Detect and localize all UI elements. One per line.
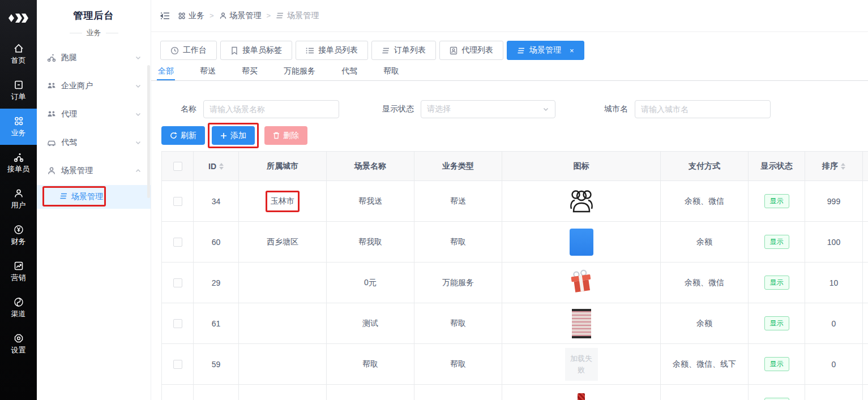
tab-courier-tags[interactable]: 接单员标签 <box>220 41 292 60</box>
red-tall-icon <box>578 393 585 400</box>
rail-item-finance[interactable]: 财务 <box>0 217 37 253</box>
name-filter-label: 名称 <box>181 104 196 114</box>
sidebar-item-scene-management[interactable]: 场景管理 <box>37 157 151 185</box>
gift-icon <box>567 267 595 296</box>
cell-id: 60 <box>194 222 239 263</box>
menu-fold-icon[interactable] <box>160 11 170 20</box>
cell-payment: 余额 <box>661 222 749 263</box>
cell-type: 帮送 <box>414 181 502 222</box>
cell-payment: 余额、微信 <box>661 263 749 303</box>
sort-carets-icon[interactable] <box>219 163 224 170</box>
toolbar: 刷新 添加 删除 <box>151 126 868 145</box>
tab-courier-list[interactable]: 接单员列表 <box>296 41 368 60</box>
cell-sort <box>805 385 863 400</box>
rail-item-orders[interactable]: 订单 <box>0 72 37 109</box>
cell-id: 29 <box>194 263 239 303</box>
rail-item-business[interactable]: 业务 <box>0 109 37 145</box>
blue-square-icon <box>570 229 593 256</box>
col-header-sort[interactable]: 排序 <box>805 152 863 181</box>
photo-thumbnail-icon <box>572 309 591 338</box>
cell-city <box>239 263 327 303</box>
table-row: 61 测试 帮取 余额 显示 0 <box>162 303 868 344</box>
filter-tab-buy[interactable]: 帮买 <box>241 64 259 80</box>
filter-tab-all[interactable]: 全部 <box>157 64 175 80</box>
cell-type: 万能服务 <box>414 263 502 303</box>
col-header-payment: 支付方式 <box>661 152 749 181</box>
agents-icon <box>46 110 57 119</box>
refresh-button[interactable]: 刷新 <box>161 126 205 145</box>
breadcrumb-item-business[interactable]: 业务 <box>178 11 204 21</box>
rail-item-settings[interactable]: 设置 <box>0 326 37 362</box>
row-checkbox[interactable] <box>173 278 182 287</box>
col-header-name: 场景名称 <box>327 152 414 181</box>
cell-clipped <box>863 222 868 263</box>
table-row-clipped: 西乡塘区 帮我送测试 帮送 余额 显示 <box>162 385 868 400</box>
breadcrumb-separator: > <box>209 11 214 20</box>
filter-tab-driving[interactable]: 代驾 <box>340 64 358 80</box>
list-icon <box>382 47 390 54</box>
merchants-icon <box>46 81 57 91</box>
display-status-select[interactable]: 请选择 <box>421 100 555 118</box>
status-badge: 显示 <box>764 316 789 330</box>
sidebar-subitem-scene-management[interactable]: 场景管理 <box>37 185 151 209</box>
row-checkbox[interactable] <box>173 319 182 328</box>
cell-status: 显示 <box>749 222 805 263</box>
app-title: 管理后台 <box>37 0 151 22</box>
sidebar-menu: 跑腿 企业商户 代理 代驾 场景管理 <box>37 44 151 209</box>
sidebar-item-agents[interactable]: 代理 <box>37 100 151 128</box>
breadcrumb-item-scene-management[interactable]: 场景管理 <box>219 11 262 21</box>
people-group-icon <box>567 186 596 214</box>
row-checkbox[interactable] <box>173 238 182 247</box>
close-tab-icon[interactable]: × <box>570 46 574 55</box>
table-header-row: ID 所属城市 场景名称 业务类型 图标 支付方式 显示状态 排序 <box>162 152 868 181</box>
breadcrumb-bar: 业务 > 场景管理 > 场景管理 <box>151 0 868 32</box>
rail-item-couriers[interactable]: 接单员 <box>0 145 37 181</box>
cell-sort: 0 <box>805 344 863 385</box>
chevron-down-icon <box>542 106 549 113</box>
sidebar-scrollbar[interactable] <box>147 65 150 198</box>
cell-sort: 999 <box>805 181 863 222</box>
rail-item-home[interactable]: 首页 <box>0 36 37 72</box>
tab-scene-management[interactable]: 场景管理 × <box>507 41 584 60</box>
app-logo[interactable] <box>0 0 37 36</box>
cell-clipped <box>863 385 868 400</box>
cell-city: 西乡塘区 <box>239 385 327 400</box>
add-button[interactable]: 添加 <box>212 126 255 145</box>
select-all-checkbox[interactable] <box>173 162 182 171</box>
user-icon <box>14 188 24 199</box>
scene-name-input[interactable] <box>203 100 339 118</box>
cell-city <box>239 344 327 385</box>
cell-sort: 10 <box>805 263 863 303</box>
cell-icon <box>502 385 661 400</box>
delete-button[interactable]: 删除 <box>264 126 307 145</box>
sidebar-item-driving[interactable]: 代驾 <box>37 128 151 157</box>
open-tabs-bar: 工作台 接单员标签 接单员列表 订单列表 代理列表 场景管理 × <box>151 32 868 60</box>
sidebar-item-errand[interactable]: 跑腿 <box>37 44 151 72</box>
filter-tab-universal[interactable]: 万能服务 <box>283 64 317 80</box>
add-button-wrapper: 添加 <box>212 126 255 145</box>
cell-type: 帮取 <box>414 303 502 344</box>
admin-app: 首页 订单 业务 接单员 用户 财务 营销 渠道 <box>0 0 868 400</box>
cell-name: 帮我送测试 <box>327 385 414 400</box>
rail-item-channels[interactable]: 渠道 <box>0 290 37 326</box>
sidebar-group-label: 业务 <box>37 28 151 38</box>
cell-id: 61 <box>194 303 239 344</box>
col-header-icon: 图标 <box>502 152 661 181</box>
cell-payment: 余额、微信 <box>661 181 749 222</box>
tab-order-list[interactable]: 订单列表 <box>371 41 436 60</box>
rail-item-users[interactable]: 用户 <box>0 181 37 217</box>
col-header-id[interactable]: ID <box>194 152 239 181</box>
sort-carets-icon[interactable] <box>841 163 845 170</box>
row-checkbox[interactable] <box>173 360 182 369</box>
tab-workbench[interactable]: 工作台 <box>160 41 217 60</box>
row-checkbox[interactable] <box>173 197 182 206</box>
cell-city <box>239 303 327 344</box>
sidebar-item-merchants[interactable]: 企业商户 <box>37 72 151 100</box>
rail-item-marketing[interactable]: 营销 <box>0 253 37 290</box>
list-icon <box>276 12 284 19</box>
city-name-input[interactable] <box>635 100 771 118</box>
filter-tab-deliver[interactable]: 帮送 <box>199 64 217 80</box>
breadcrumb-separator: > <box>267 11 271 20</box>
tab-agent-list[interactable]: 代理列表 <box>439 41 503 60</box>
filter-tab-pickup[interactable]: 帮取 <box>382 64 400 80</box>
